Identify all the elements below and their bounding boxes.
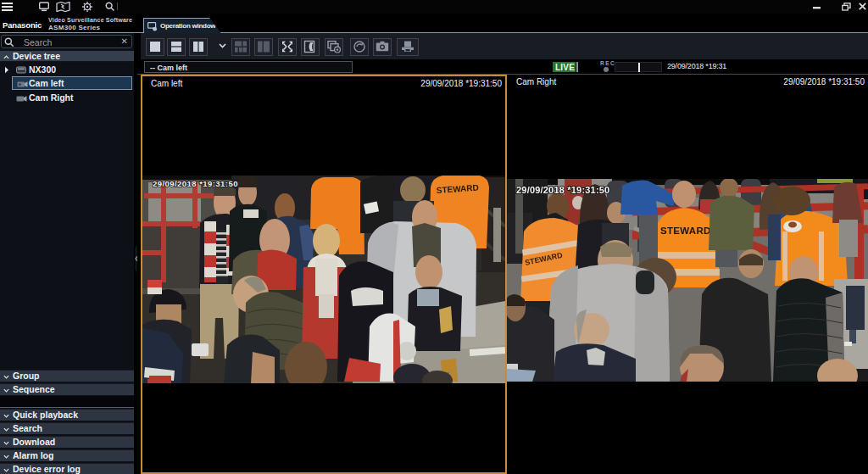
svg-text:STEWARD: STEWARD [660, 226, 711, 236]
svg-text:29/09/2018 *19:31:50: 29/09/2018 *19:31:50 [516, 185, 609, 195]
svg-text:29/09/2018 *19:31:50: 29/09/2018 *19:31:50 [153, 179, 238, 188]
